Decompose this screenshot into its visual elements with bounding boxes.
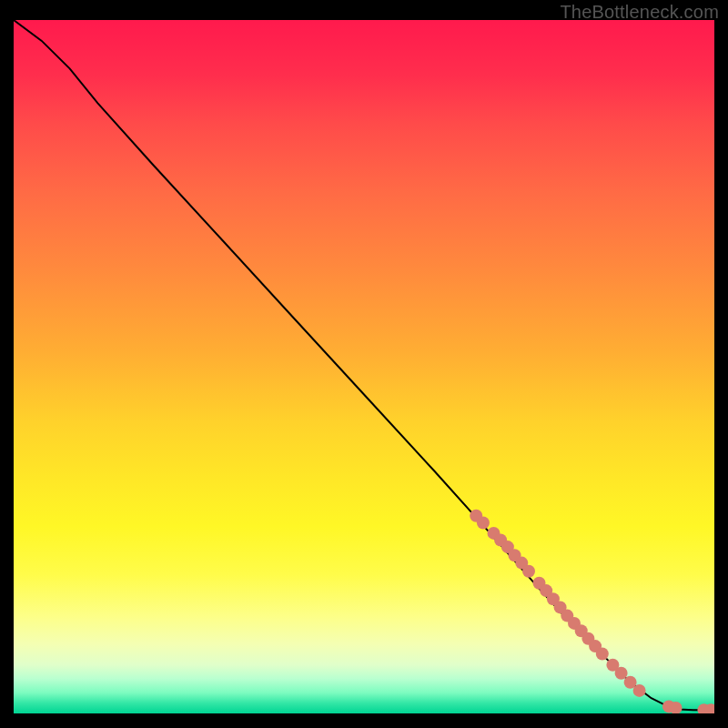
chart-data-point [522, 565, 535, 578]
chart-overlay [14, 20, 714, 713]
chart-data-point [596, 648, 609, 661]
chart-data-point [477, 517, 490, 530]
chart-data-point [615, 667, 628, 680]
chart-curve [14, 20, 714, 710]
watermark-text: TheBottleneck.com [560, 2, 719, 23]
chart-scatter-group [470, 510, 714, 713]
chart-area [14, 20, 714, 713]
chart-data-point [633, 684, 646, 697]
